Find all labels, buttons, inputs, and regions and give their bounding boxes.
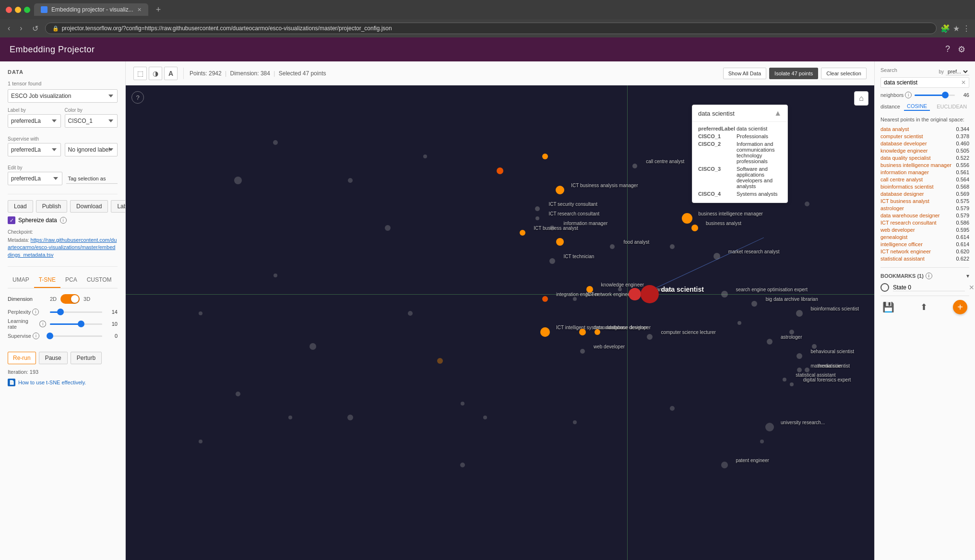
info-panel-close-button[interactable]: ▲	[774, 109, 782, 118]
neighbors-info-icon[interactable]: i	[905, 92, 912, 98]
viz-point[interactable]	[385, 225, 391, 231]
settings-icon[interactable]: ⚙	[958, 44, 965, 55]
nearest-item-name[interactable]: data analyst	[880, 126, 909, 132]
help-icon[interactable]: ?	[945, 44, 950, 55]
close-button[interactable]	[6, 7, 12, 13]
viz-point[interactable]	[234, 177, 242, 184]
edit-by-select[interactable]: preferredLa	[8, 172, 62, 185]
nearest-item-name[interactable]: knowledge engineer	[880, 148, 927, 154]
save-icon[interactable]: 💾	[882, 301, 894, 313]
viz-point[interactable]	[579, 329, 586, 335]
viz-point[interactable]	[790, 382, 794, 386]
new-tab-button[interactable]: +	[152, 5, 165, 15]
more-icon[interactable]: ⋮	[963, 24, 970, 33]
nearest-item-name[interactable]: database designer	[880, 191, 924, 197]
viz-point[interactable]	[408, 311, 413, 316]
tab-tsne[interactable]: T-SNE	[34, 273, 60, 288]
viz-point[interactable]	[288, 416, 292, 419]
viz-point[interactable]	[721, 291, 728, 298]
sphereize-checkbox[interactable]: ✓	[8, 216, 15, 224]
viz-point[interactable]	[535, 216, 539, 220]
nearest-item-name[interactable]: call centre analyst	[880, 177, 923, 182]
viz-point[interactable]	[556, 238, 564, 246]
nearest-item-name[interactable]: ICT network engineer	[880, 249, 931, 254]
viz-point[interactable]	[797, 353, 802, 359]
viz-point[interactable]	[618, 287, 622, 291]
viz-point[interactable]	[542, 296, 548, 302]
select-box-button[interactable]: ⬚	[133, 67, 147, 80]
supervise-with-select[interactable]: preferredLa	[8, 143, 61, 156]
viz-point[interactable]	[641, 285, 659, 303]
help-link[interactable]: 📄 How to use t-SNE effectively.	[8, 379, 118, 386]
nearest-item-name[interactable]: database developer	[880, 141, 927, 146]
learning-rate-slider[interactable]	[50, 323, 102, 325]
nearest-item-name[interactable]: statistical assistant	[880, 256, 925, 262]
clear-selection-button[interactable]: Clear selection	[821, 68, 867, 79]
viz-point[interactable]	[236, 392, 240, 396]
viz-point[interactable]	[580, 349, 585, 354]
nav-back-button[interactable]: ‹	[5, 23, 13, 34]
viz-point[interactable]	[540, 327, 550, 337]
viz-point[interactable]	[483, 416, 487, 419]
viz-point[interactable]	[535, 206, 540, 211]
viz-help-button[interactable]: ?	[131, 91, 144, 104]
viz-point[interactable]	[629, 288, 641, 300]
viz-point[interactable]	[691, 225, 698, 231]
viz-point[interactable]	[805, 202, 809, 206]
nearest-item-name[interactable]: information manager	[880, 169, 929, 175]
dimension-toggle[interactable]	[60, 294, 80, 304]
viz-point[interactable]	[610, 244, 615, 249]
viz-point[interactable]	[437, 358, 443, 364]
nearest-item-name[interactable]: astrologer	[880, 205, 904, 211]
nav-refresh-button[interactable]: ↺	[29, 23, 41, 34]
viz-point[interactable]	[573, 297, 577, 301]
maximize-button[interactable]	[24, 7, 30, 13]
address-bar[interactable]: 🔒 projector.tensorflow.org/?config=https…	[45, 23, 937, 34]
viz-point[interactable]	[273, 140, 278, 145]
font-button[interactable]: A	[164, 67, 178, 80]
extensions-icon[interactable]: 🧩	[940, 24, 950, 33]
search-by-select[interactable]: pref...	[946, 68, 969, 75]
label-by-select[interactable]: preferredLa	[8, 114, 61, 128]
viz-point[interactable]	[805, 368, 809, 372]
tag-selection-input[interactable]: Tag selection as	[66, 174, 118, 184]
viz-point[interactable]	[595, 329, 600, 335]
home-button[interactable]: ⌂	[854, 91, 868, 106]
tab-custom[interactable]: CUSTOM	[82, 273, 117, 288]
viz-point[interactable]	[812, 344, 817, 349]
viz-point[interactable]	[751, 301, 757, 307]
sphereize-info-icon[interactable]: i	[60, 217, 67, 224]
bookmark-icon[interactable]: ★	[953, 24, 960, 33]
search-input[interactable]	[884, 79, 959, 86]
viz-point[interactable]	[199, 440, 202, 443]
cosine-option[interactable]: COSINE	[904, 102, 930, 111]
nearest-item-name[interactable]: data quality specialist	[880, 155, 931, 161]
publish-button[interactable]: Publish	[36, 200, 67, 213]
viz-point[interactable]	[670, 244, 675, 249]
nearest-item-name[interactable]: web developer	[880, 227, 915, 233]
viz-point[interactable]	[273, 274, 277, 277]
minimize-button[interactable]	[15, 7, 21, 13]
viz-point[interactable]	[647, 334, 653, 340]
viz-point[interactable]	[789, 330, 794, 334]
bookmarks-info-icon[interactable]: i	[926, 273, 932, 279]
nearest-item-name[interactable]: intelligence officer	[880, 241, 923, 247]
viz-point[interactable]	[497, 167, 503, 174]
label-button[interactable]: Label	[111, 200, 126, 213]
viz-point[interactable]	[460, 463, 465, 467]
viz-point[interactable]	[721, 462, 728, 468]
viz-point[interactable]	[586, 286, 593, 293]
color-by-select[interactable]: CISCO_1	[65, 114, 118, 128]
learning-rate-info-icon[interactable]: i	[39, 321, 46, 327]
nearest-item-name[interactable]: ICT research consultant	[880, 220, 937, 226]
search-clear-icon[interactable]: ✕	[961, 79, 966, 86]
isolate-points-button[interactable]: Isolate 47 points	[769, 68, 818, 79]
download-button[interactable]: Download	[70, 200, 108, 213]
viz-point[interactable]	[632, 164, 637, 168]
canvas-area[interactable]: ICT business analysis managercall centre…	[126, 85, 874, 560]
add-bookmark-button[interactable]: +	[953, 300, 967, 314]
viz-point[interactable]	[520, 230, 525, 236]
viz-point[interactable]	[550, 226, 555, 230]
viz-point[interactable]	[542, 154, 548, 159]
viz-point[interactable]	[765, 423, 774, 431]
